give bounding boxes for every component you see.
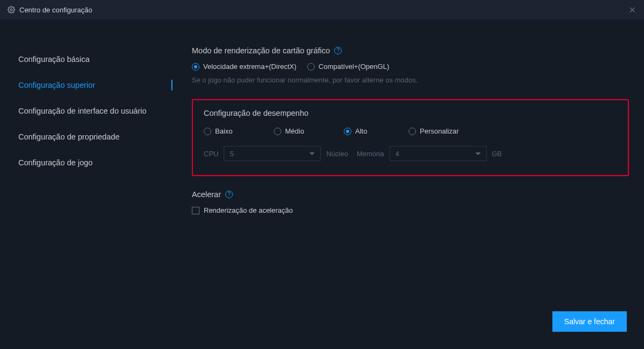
sidebar-item-basic[interactable]: Configuração básica bbox=[0, 46, 172, 72]
window-title: Centro de configuração bbox=[19, 6, 92, 14]
radio-circle-icon bbox=[307, 63, 315, 71]
radio-label: Velocidade extrema+(DirectX) bbox=[203, 62, 296, 71]
chevron-down-icon bbox=[309, 152, 315, 155]
help-icon[interactable]: ? bbox=[225, 191, 233, 198]
content: Configuração básica Configuração superio… bbox=[0, 19, 644, 349]
svg-point-0 bbox=[10, 9, 12, 11]
cpu-select[interactable]: 5 bbox=[224, 146, 321, 161]
radio-custom[interactable]: Personalizar bbox=[408, 127, 459, 135]
performance-section: Configuração de desempenho Baixo Médio A… bbox=[192, 99, 629, 176]
sidebar-item-advanced[interactable]: Configuração superior bbox=[0, 72, 172, 98]
checkbox-label: Renderização de aceleração bbox=[204, 206, 293, 214]
render-mode-title-row: Modo de renderização de cartão gráfico ? bbox=[192, 46, 629, 55]
memory-label: Memória bbox=[357, 150, 384, 158]
sidebar-item-label: Configuração de interface do usuário bbox=[18, 107, 147, 115]
render-mode-hint: Se o jogo não puder funcionar normalment… bbox=[192, 76, 629, 84]
gear-icon bbox=[8, 6, 15, 13]
sidebar-item-ui[interactable]: Configuração de interface do usuário bbox=[0, 98, 172, 124]
checkbox-icon bbox=[192, 207, 199, 214]
radio-opengl[interactable]: Compatível+(OpenGL) bbox=[307, 62, 389, 71]
radio-high[interactable]: Alto bbox=[344, 127, 408, 135]
accelerate-title-row: Acelerar ? bbox=[192, 190, 629, 199]
performance-title-row: Configuração de desempenho bbox=[204, 109, 617, 117]
main-panel: Modo de renderização de cartão gráfico ?… bbox=[172, 19, 644, 349]
sidebar-item-label: Configuração superior bbox=[18, 81, 95, 89]
render-mode-title: Modo de renderização de cartão gráfico bbox=[192, 46, 330, 55]
core-label: Núcleo bbox=[326, 150, 348, 158]
memory-select[interactable]: 4 bbox=[390, 146, 487, 161]
close-button[interactable] bbox=[628, 5, 636, 14]
radio-low[interactable]: Baixo bbox=[204, 127, 274, 135]
sidebar-item-property[interactable]: Configuração de propriedade bbox=[0, 124, 172, 150]
sidebar: Configuração básica Configuração superio… bbox=[0, 19, 172, 349]
render-mode-options: Velocidade extrema+(DirectX) Compatível+… bbox=[192, 62, 629, 71]
memory-value: 4 bbox=[396, 150, 399, 158]
performance-title: Configuração de desempenho bbox=[204, 109, 308, 117]
radio-label: Compatível+(OpenGL) bbox=[318, 62, 389, 71]
render-mode-section: Modo de renderização de cartão gráfico ?… bbox=[192, 46, 629, 84]
radio-circle-icon bbox=[274, 128, 281, 135]
accelerate-section: Acelerar ? Renderização de aceleração bbox=[192, 190, 629, 214]
radio-label: Baixo bbox=[215, 127, 233, 135]
radio-circle-icon bbox=[192, 63, 199, 71]
sidebar-item-game[interactable]: Configuração de jogo bbox=[0, 150, 172, 176]
sidebar-item-label: Configuração básica bbox=[18, 55, 89, 64]
cpu-label: CPU bbox=[204, 150, 218, 158]
radio-circle-icon bbox=[408, 128, 416, 135]
cpu-value: 5 bbox=[230, 150, 233, 158]
radio-circle-icon bbox=[344, 128, 351, 135]
accelerate-title: Acelerar bbox=[192, 190, 221, 199]
sidebar-item-label: Configuração de propriedade bbox=[18, 132, 120, 141]
radio-label: Alto bbox=[355, 127, 367, 135]
help-icon[interactable]: ? bbox=[334, 47, 342, 54]
radio-medium[interactable]: Médio bbox=[274, 127, 344, 135]
radio-directx[interactable]: Velocidade extrema+(DirectX) bbox=[192, 62, 296, 71]
performance-options: Baixo Médio Alto Personalizar bbox=[204, 127, 617, 135]
accelerate-checkbox[interactable]: Renderização de aceleração bbox=[192, 206, 629, 214]
radio-label: Médio bbox=[285, 127, 304, 135]
radio-circle-icon bbox=[204, 128, 211, 135]
save-close-button[interactable]: Salvar e fechar bbox=[552, 311, 627, 332]
resource-row: CPU 5 Núcleo Memória 4 GB bbox=[204, 146, 617, 161]
chevron-down-icon bbox=[475, 152, 481, 155]
sidebar-item-label: Configuração de jogo bbox=[18, 158, 93, 167]
titlebar: Centro de configuração bbox=[0, 0, 644, 19]
memory-unit: GB bbox=[492, 150, 502, 158]
radio-label: Personalizar bbox=[420, 127, 459, 135]
titlebar-left: Centro de configuração bbox=[8, 6, 92, 14]
